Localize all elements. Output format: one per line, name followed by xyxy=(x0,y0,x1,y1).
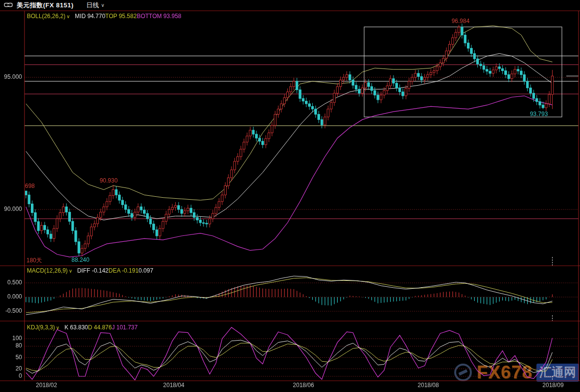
macd-indicator-row: MACD(12,26,9) ∨ DIFF -0.142 DEA -0.191 0… xyxy=(27,267,153,275)
kdj-dropdown-icon[interactable]: ∨ xyxy=(56,325,59,330)
kdj-axis-label: 100 xyxy=(0,335,22,342)
annotation-feb-low: 88.240 xyxy=(71,256,90,263)
kdj-k-value: K 63.830 xyxy=(65,324,88,331)
chart-canvas[interactable] xyxy=(0,0,580,392)
macd-label: MACD(12,26,9) xyxy=(27,267,68,274)
boll-label: BOLL(26,26,2) xyxy=(27,13,66,20)
boll-top-value: TOP 95.582 xyxy=(105,13,137,20)
macd-axis-label: 0.000 xyxy=(0,293,22,300)
macd-axis-label: -0.500 xyxy=(0,307,22,314)
annotation-period-180d: 180天 xyxy=(26,256,42,265)
trading-chart-app: 美元指数(FX 8151) 日线 ∨ FX678 汇通网 BOLL(26,26,… xyxy=(0,0,580,392)
date-axis-label: 2018/08 xyxy=(418,382,439,389)
kdj-indicator-row: KDJ(9,3,3) ∨ K 63.830 D 44.876 J 101.737 xyxy=(27,323,138,331)
macd-axis-label: 0.500 xyxy=(0,279,22,286)
date-axis-label: 2018/02 xyxy=(36,382,57,389)
annotation-peak-high: 96.984 xyxy=(452,18,470,24)
date-axis-label: 2018/06 xyxy=(293,382,314,389)
date-axis-label: 2018/09 xyxy=(542,382,563,389)
kdj-axis-label: 80 xyxy=(0,342,22,349)
annotation-box-low: 93.793 xyxy=(530,111,548,117)
annotation-left-high: 698 xyxy=(25,183,35,189)
price-axis-label: 90.000 xyxy=(0,206,22,212)
kdj-axis-label: 50 xyxy=(0,354,22,361)
kdj-label: KDJ(9,3,3) xyxy=(27,324,55,331)
macd-dropdown-icon[interactable]: ∨ xyxy=(69,269,72,274)
kdj-d-value: D 44.876 xyxy=(88,324,112,331)
date-axis-label: 2018/04 xyxy=(163,382,184,389)
kdj-j-value: J 101.737 xyxy=(112,324,138,331)
boll-dropdown-icon[interactable]: ∨ xyxy=(67,14,70,19)
kdj-axis-label: 0 xyxy=(0,372,22,379)
kdj-axis-label: 20 xyxy=(0,365,22,372)
price-axis-label: 95.000 xyxy=(0,73,22,80)
boll-indicator-row: BOLL(26,26,2) ∨ MID 94.770 TOP 95.582 BO… xyxy=(27,12,182,20)
annotation-march-high: 90.930 xyxy=(100,177,118,184)
boll-bottom-value: BOTTOM 93.958 xyxy=(137,13,181,20)
boll-mid-value: MID 94.770 xyxy=(75,13,105,20)
macd-dea-value: DEA -0.191 xyxy=(109,267,139,274)
macd-value: 0.097 xyxy=(139,267,153,274)
macd-diff-value: DIFF -0.142 xyxy=(77,267,109,274)
